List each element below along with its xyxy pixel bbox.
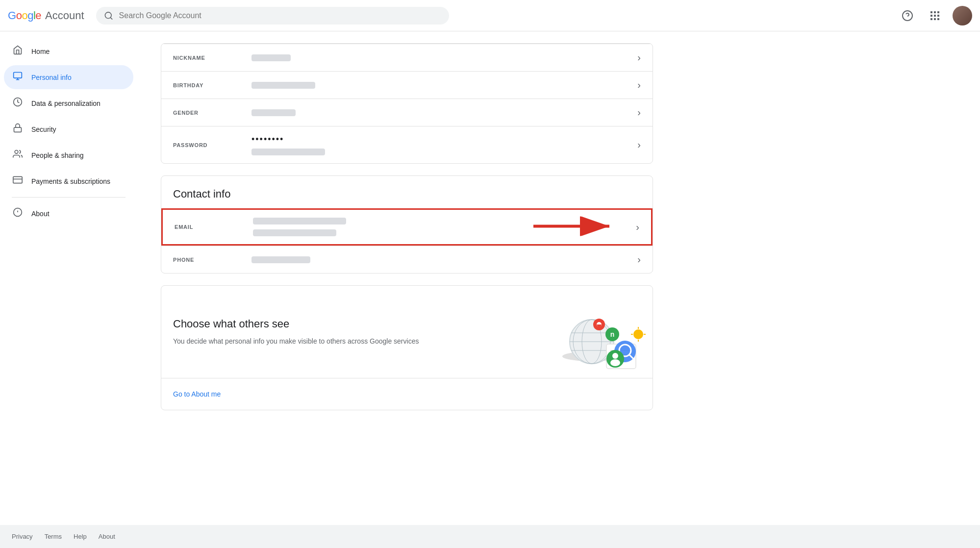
svg-text:n: n: [610, 330, 615, 338]
header-actions: [898, 6, 972, 25]
phone-label: PHONE: [173, 257, 251, 263]
email-label: EMAIL: [175, 224, 253, 230]
footer-help-link[interactable]: Help: [74, 533, 87, 540]
svg-rect-12: [937, 18, 939, 20]
svg-point-51: [610, 359, 620, 366]
home-icon: [12, 45, 24, 57]
svg-rect-5: [934, 11, 936, 13]
password-dots: ••••••••: [251, 134, 629, 145]
about-icon: [12, 207, 24, 220]
svg-rect-16: [14, 127, 22, 132]
phone-chevron: ›: [637, 254, 641, 265]
sidebar-item-home-label: Home: [31, 48, 50, 55]
sidebar-divider: [12, 197, 126, 198]
svg-rect-7: [930, 15, 932, 17]
sidebar-item-home[interactable]: Home: [4, 39, 133, 63]
svg-rect-10: [930, 18, 932, 20]
nickname-label: NICKNAME: [173, 55, 251, 61]
password-date-blurred: [251, 149, 325, 155]
payments-icon: [12, 175, 24, 187]
sidebar-item-people-sharing[interactable]: People & sharing: [4, 143, 133, 167]
sidebar-item-security[interactable]: Security: [4, 117, 133, 141]
sidebar-item-personal-info[interactable]: Personal info: [4, 65, 133, 89]
svg-rect-13: [14, 73, 22, 78]
main-content: NICKNAME › BIRTHDAY › GENDER: [137, 31, 677, 548]
nickname-value: [251, 54, 629, 61]
sidebar-item-people-label: People & sharing: [31, 151, 84, 159]
go-to-about-me-link[interactable]: Go to About me: [161, 378, 653, 410]
svg-rect-11: [934, 18, 936, 20]
birthday-value: [251, 82, 629, 89]
apps-button[interactable]: [925, 6, 945, 25]
avatar[interactable]: [953, 6, 972, 25]
birthday-chevron: ›: [637, 79, 641, 91]
search-icon: [104, 11, 113, 21]
nickname-blurred: [251, 54, 291, 61]
phone-row[interactable]: PHONE ›: [161, 246, 653, 273]
password-label: PASSWORD: [173, 142, 251, 148]
svg-point-17: [15, 150, 18, 154]
password-chevron: ›: [637, 139, 641, 150]
people-sharing-icon: [12, 149, 24, 161]
choose-card-text: Choose what others see You decide what p…: [173, 318, 531, 347]
search-bar[interactable]: [96, 7, 449, 25]
email-blurred-1: [253, 218, 346, 224]
choose-card-body: Choose what others see You decide what p…: [161, 286, 653, 378]
contact-info-title: Contact info: [161, 176, 653, 208]
svg-rect-4: [930, 11, 932, 13]
main-layout: Home Personal info Data & personalizatio…: [0, 31, 980, 548]
password-value: ••••••••: [251, 134, 629, 155]
account-logo-text: Account: [45, 9, 84, 22]
birthday-blurred: [251, 82, 315, 89]
footer: Privacy Terms Help About: [0, 525, 980, 548]
email-row[interactable]: EMAIL ›: [161, 208, 653, 246]
sidebar-item-about-label: About: [31, 210, 50, 218]
svg-rect-6: [937, 11, 939, 13]
sidebar: Home Personal info Data & personalizatio…: [0, 31, 137, 548]
gender-blurred: [251, 109, 296, 116]
sidebar-item-personal-info-label: Personal info: [31, 74, 72, 81]
nickname-row[interactable]: NICKNAME ›: [161, 44, 653, 71]
gender-value: [251, 109, 629, 116]
birthday-row[interactable]: BIRTHDAY ›: [161, 71, 653, 99]
basic-info-card: NICKNAME › BIRTHDAY › GENDER: [161, 43, 653, 164]
gender-row[interactable]: GENDER ›: [161, 99, 653, 126]
help-button[interactable]: [898, 6, 917, 25]
contact-info-card: Contact info EMAIL: [161, 175, 653, 274]
svg-rect-8: [934, 15, 936, 17]
choose-others-card: Choose what others see You decide what p…: [161, 285, 653, 410]
google-logo-text: Google: [8, 9, 41, 22]
choose-card-illustration: n: [543, 298, 641, 366]
sidebar-item-about[interactable]: About: [4, 201, 133, 225]
choose-card-title: Choose what others see: [173, 318, 531, 330]
sidebar-item-payments-label: Payments & subscriptions: [31, 177, 110, 185]
svg-line-1: [110, 17, 112, 19]
data-personalization-icon: [12, 97, 24, 109]
sidebar-item-security-label: Security: [31, 125, 56, 133]
choose-card-desc: You decide what personal info you make v…: [173, 336, 428, 347]
svg-rect-18: [13, 176, 22, 183]
search-input[interactable]: [119, 11, 441, 20]
phone-value: [251, 256, 629, 263]
gender-label: GENDER: [173, 110, 251, 116]
password-row[interactable]: PASSWORD •••••••• ›: [161, 126, 653, 163]
footer-terms-link[interactable]: Terms: [45, 533, 62, 540]
nickname-chevron: ›: [637, 52, 641, 63]
google-account-logo[interactable]: Google Account: [8, 9, 84, 22]
help-icon: [902, 10, 913, 22]
footer-privacy-link[interactable]: Privacy: [12, 533, 33, 540]
phone-blurred: [251, 256, 310, 263]
birthday-label: BIRTHDAY: [173, 82, 251, 88]
email-chevron: ›: [636, 222, 639, 233]
email-blurred-2: [253, 229, 336, 236]
svg-point-50: [612, 353, 618, 359]
red-arrow: [533, 217, 622, 238]
security-icon: [12, 123, 24, 135]
footer-about-link[interactable]: About: [99, 533, 115, 540]
svg-point-44: [633, 329, 643, 339]
sidebar-item-data-personalization[interactable]: Data & personalization: [4, 91, 133, 115]
sidebar-item-payments[interactable]: Payments & subscriptions: [4, 169, 133, 193]
gender-chevron: ›: [637, 107, 641, 118]
header: Google Account: [0, 0, 980, 31]
sidebar-item-data-label: Data & personalization: [31, 100, 101, 107]
